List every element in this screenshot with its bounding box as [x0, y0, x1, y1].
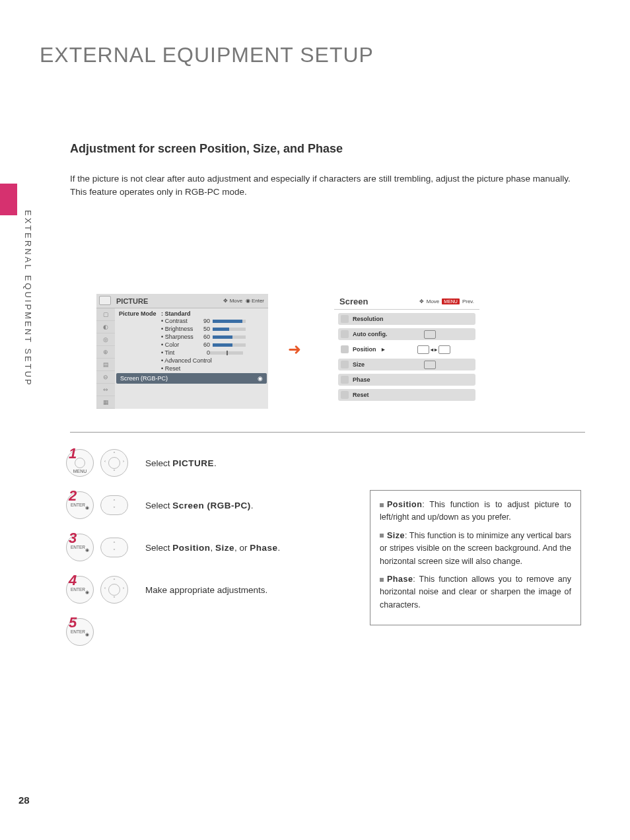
t: , or [234, 543, 250, 553]
t: Select [145, 543, 172, 553]
position-preview: ◂▸ [417, 345, 450, 354]
arrow-right-icon: ➜ [288, 340, 301, 359]
osd-picture-header: PICTURE ✥ Move ◉ Enter [96, 294, 268, 308]
resolution-label: Resolution [353, 316, 384, 322]
screen-item-size: Size [338, 359, 475, 370]
picture-mode-label: Picture Mode [119, 310, 158, 317]
step-1-text: Select PICTURE. [145, 458, 217, 468]
screen-rgb-pc-selected: Screen (RGB-PC) ◉ [116, 373, 267, 384]
t: Screen (RGB-PC) [172, 501, 251, 510]
def-size-text: : This function is to minimize any verti… [380, 531, 571, 566]
step-2-text: Select Screen (RGB-PC). [145, 501, 254, 510]
tint-value: 0 [199, 349, 210, 356]
t: . [214, 458, 217, 468]
hint-enter: Enter [252, 298, 264, 304]
osd-illustration-area: PICTURE ✥ Move ◉ Enter ▢ ◐ ◎ ⊕ ▤ ⊖ ⇔ ▦ P… [70, 287, 585, 433]
bullet-icon [380, 503, 384, 507]
t: Select [145, 458, 172, 468]
screen-item-reset: Reset [338, 389, 475, 401]
hint-prev: Prev. [462, 298, 474, 304]
screen-item-phase: Phase [338, 374, 475, 386]
def-size: Size: This function is to minimize any v… [380, 530, 571, 568]
sidebar-icon: ▤ [96, 359, 115, 371]
step-number: 2 [69, 487, 77, 505]
step-4: 4 ENTER◉ ˄˅˂˃ Make appropriate adjustmen… [66, 576, 370, 604]
sharpness-label: • Sharpness [161, 333, 199, 340]
menu-badge: MENU [442, 298, 460, 304]
phase-label: Phase [353, 376, 370, 383]
bullet-icon [380, 578, 384, 582]
t: Make appropriate adjustments. [145, 585, 267, 595]
contrast-bar [213, 320, 246, 323]
t: . [278, 543, 281, 553]
t: Select [145, 501, 172, 510]
side-chapter-label: EXTERNAL EQUIPMENT SETUP [23, 210, 33, 387]
osd-screen-header: Screen ✥ Move MENU Prev. [334, 294, 479, 310]
sidebar-icon: ▦ [96, 396, 115, 409]
step-number: 3 [69, 530, 77, 547]
chapter-tab [0, 184, 17, 215]
intro-text: If the picture is not clear after auto a… [70, 172, 578, 199]
osd-screen-hints: ✥ Move MENU Prev. [419, 298, 474, 304]
position-label: Position [353, 346, 376, 353]
reset-label: Reset [353, 392, 369, 398]
autoconfig-label: Auto config. [353, 331, 388, 337]
bullet-icon [380, 534, 384, 538]
preview-icon [424, 330, 436, 339]
t: . [251, 501, 254, 510]
page-title: EXTERNAL EQUIPMENT SETUP [40, 43, 374, 67]
menu-button-label: MENU [73, 469, 87, 473]
nav-disc-icon: ˄˅˂˃ [100, 449, 128, 477]
hint-move: Move [230, 298, 243, 304]
osd-picture-content: Picture Mode : Standard • Contrast90 • B… [115, 308, 268, 409]
osd-screen-title: Screen [339, 297, 368, 306]
reset-label: • Reset [161, 365, 180, 372]
sharpness-bar [213, 335, 246, 339]
enter-dot-icon: ◉ [258, 375, 263, 382]
contrast-value: 90 [199, 318, 210, 324]
def-phase: Phase: This function allows you to remov… [380, 573, 571, 612]
color-label: • Color [161, 341, 199, 348]
contrast-label: • Contrast [161, 318, 199, 324]
step-3: 3 ENTER◉ ˄˅ Select Position, Size, or Ph… [66, 534, 370, 561]
intro-line1: If the picture is not clear after auto a… [70, 174, 571, 184]
def-position: Position: This function is to adjust pic… [380, 499, 571, 524]
osd-picture-hints: ✥ Move ◉ Enter [223, 298, 264, 304]
step-5: 5 ENTER◉ [66, 618, 370, 646]
t: Size [215, 543, 234, 553]
brightness-label: • Brightness [161, 326, 199, 332]
screen-item-resolution: Resolution [338, 313, 475, 325]
size-label: Size [353, 361, 365, 368]
sidebar-icon: ◎ [96, 333, 115, 346]
brightness-value: 50 [199, 326, 210, 332]
osd-sidebar-icons: ▢ ◐ ◎ ⊕ ▤ ⊖ ⇔ ▦ [96, 308, 115, 409]
osd-picture-menu: PICTURE ✥ Move ◉ Enter ▢ ◐ ◎ ⊕ ▤ ⊖ ⇔ ▦ P… [96, 294, 268, 406]
up-down-button-icon: ˄˅ [100, 495, 128, 515]
osd-picture-title: PICTURE [116, 297, 148, 305]
sidebar-icon: ◐ [96, 321, 115, 333]
definitions-box: Position: This function is to adjust pic… [370, 490, 581, 625]
page-number: 28 [18, 794, 30, 806]
t: Position [172, 543, 210, 553]
screen-item-autoconfig: Auto config. [338, 328, 475, 340]
def-phase-term: Phase [387, 575, 413, 584]
brightness-bar [213, 328, 246, 331]
hint-move: Move [427, 298, 440, 304]
intro-line2: This feature operates only in RGB-PC mod… [70, 187, 247, 197]
tint-bar [210, 351, 243, 355]
sidebar-icon: ▢ [96, 308, 115, 321]
step-2: 2 ENTER◉ ˄˅ Select Screen (RGB-PC). [66, 491, 370, 519]
t: Phase [250, 543, 277, 553]
step-3-text: Select Position, Size, or Phase. [145, 543, 280, 553]
sharpness-value: 60 [199, 333, 210, 340]
up-down-button-icon: ˄˅ [100, 538, 128, 557]
t: PICTURE [172, 458, 214, 468]
preview-icon [424, 361, 436, 369]
selected-item-label: Screen (RGB-PC) [120, 375, 168, 382]
play-icon: ▸ [382, 346, 385, 353]
color-value: 60 [199, 341, 210, 348]
step-number: 4 [69, 572, 77, 589]
step-1: 1 MENU ˄˅˂˃ Select PICTURE. [66, 449, 370, 477]
tint-label: • Tint [161, 349, 199, 356]
screen-item-position-selected: Position ▸ ◂▸ [338, 343, 475, 355]
